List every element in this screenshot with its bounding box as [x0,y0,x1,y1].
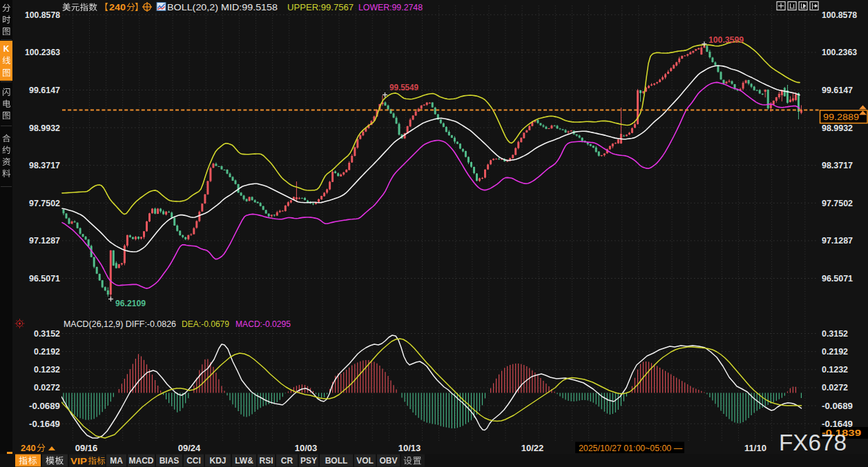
svg-text:96.2109: 96.2109 [115,298,146,308]
svg-text:MACD:-0.0295: MACD:-0.0295 [235,319,291,329]
svg-text:98.3717: 98.3717 [29,160,60,170]
svg-text:100.8578: 100.8578 [25,10,60,20]
svg-text:0.3152: 0.3152 [822,328,848,339]
svg-text:BOLL(20,2) MID:99.5158: BOLL(20,2) MID:99.5158 [167,2,278,12]
svg-text:BOLL: BOLL [325,456,348,466]
svg-text:RSI: RSI [259,456,273,466]
svg-text:100.2363: 100.2363 [822,47,857,57]
svg-text:99.6147: 99.6147 [29,85,60,95]
svg-text:0.1232: 0.1232 [822,364,848,375]
svg-text:97.1287: 97.1287 [822,235,853,246]
svg-text:100.3599: 100.3599 [708,34,744,45]
svg-text:BIAS: BIAS [160,456,180,466]
svg-text:0.0272: 0.0272 [822,382,848,393]
svg-text:-0.0689: -0.0689 [822,401,853,411]
svg-text:0.1232: 0.1232 [34,364,60,375]
svg-text:2025/10/27 01:00~05:00 —: 2025/10/27 01:00~05:00 — [579,443,682,453]
svg-text:99.5549: 99.5549 [389,82,418,92]
svg-text:96.5071: 96.5071 [822,273,853,284]
svg-text:240: 240 [109,2,126,12]
svg-text:98.9932: 98.9932 [29,123,60,133]
svg-text:K: K [3,44,10,54]
svg-text:11/10: 11/10 [744,443,766,453]
svg-text:99.6147: 99.6147 [822,85,853,95]
svg-text:10/22: 10/22 [521,443,544,453]
svg-text:MACD(26,12,9) DIFF:-0.0826: MACD(26,12,9) DIFF:-0.0826 [64,319,176,329]
svg-text:PSY: PSY [300,456,317,466]
svg-text:0.0272: 0.0272 [34,382,60,393]
svg-text:100.8578: 100.8578 [822,10,857,20]
svg-text:MACD: MACD [129,456,154,466]
svg-text:KDJ: KDJ [209,456,226,466]
svg-text:100.2363: 100.2363 [25,47,60,57]
svg-text:VIP: VIP [70,457,87,466]
svg-text:-0.0689: -0.0689 [29,401,60,411]
svg-text:97.1287: 97.1287 [29,235,60,246]
svg-text:96.5071: 96.5071 [29,273,60,284]
svg-text:UPPER:99.7567: UPPER:99.7567 [287,2,354,12]
svg-text:0.2192: 0.2192 [34,346,60,357]
svg-text:0.2192: 0.2192 [822,346,848,357]
svg-text:VOL: VOL [356,456,374,466]
svg-text:99.2889: 99.2889 [823,112,859,122]
svg-text:FX678: FX678 [779,430,847,455]
svg-text:DEA:-0.0679: DEA:-0.0679 [182,319,229,329]
svg-text:LOWER:99.2748: LOWER:99.2748 [358,2,423,12]
svg-text:-0.1649: -0.1649 [29,419,60,429]
svg-text:240: 240 [21,443,36,453]
svg-text:0.3152: 0.3152 [34,328,60,339]
svg-text:10/03: 10/03 [295,443,318,453]
svg-text:CR: CR [281,456,293,466]
svg-text:97.7502: 97.7502 [29,198,60,208]
svg-text:09/24: 09/24 [178,443,201,453]
svg-text:98.9932: 98.9932 [822,123,853,133]
svg-text:LW&: LW& [235,456,253,466]
svg-text:10/13: 10/13 [398,443,421,453]
svg-text:MA: MA [110,456,123,466]
svg-text:CCI: CCI [186,456,201,466]
svg-text:97.7502: 97.7502 [822,198,853,208]
svg-text:OBV: OBV [379,456,397,466]
svg-text:98.3717: 98.3717 [822,160,853,170]
svg-text:09/16: 09/16 [75,443,98,453]
